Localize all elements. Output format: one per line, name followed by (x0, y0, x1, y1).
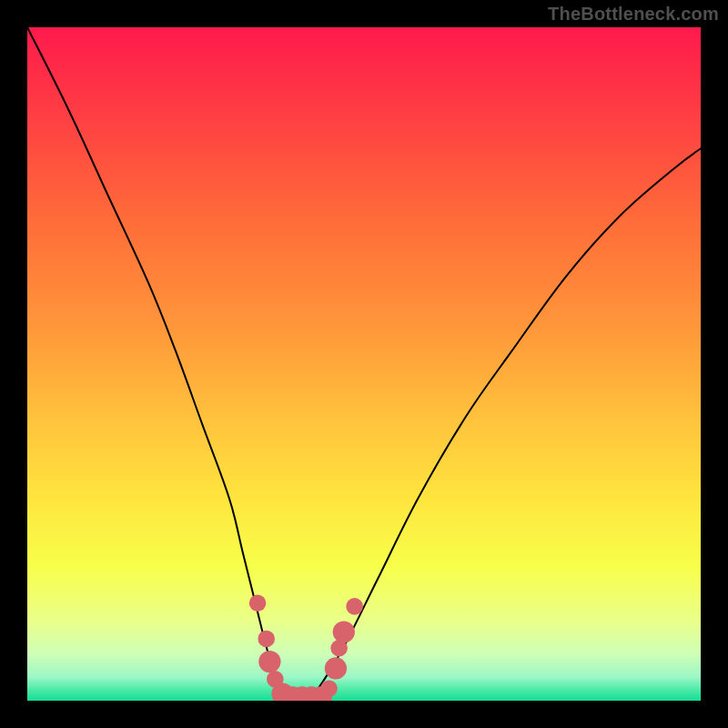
marker-dot (249, 594, 267, 612)
gradient-background (27, 27, 701, 701)
marker-dot (320, 680, 338, 697)
marker-dot (333, 621, 355, 642)
chart-frame: TheBottleneck.com (0, 0, 728, 728)
marker-dot (325, 657, 347, 679)
marker-dot (258, 651, 280, 672)
plot-area (27, 27, 701, 701)
chart-svg (27, 27, 701, 701)
marker-dot (258, 631, 275, 648)
watermark-text: TheBottleneck.com (548, 4, 719, 25)
marker-dot (346, 598, 363, 615)
